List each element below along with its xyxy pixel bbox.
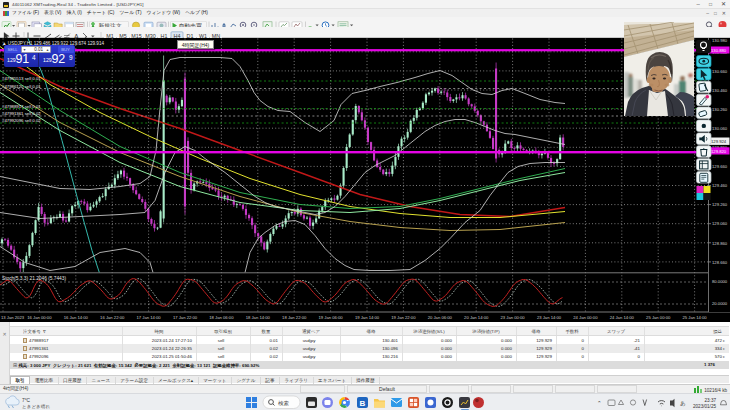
svg-text:ときどき晴れ: ときどき晴れ xyxy=(22,403,50,408)
svg-text:129.660: 129.660 xyxy=(712,164,728,169)
svg-text:16 Jan 00:00: 16 Jan 00:00 xyxy=(27,314,52,319)
svg-text:80.0000: 80.0000 xyxy=(712,279,728,284)
svg-text:129.460: 129.460 xyxy=(712,183,728,188)
svg-text:25 Jan 14:00: 25 Jan 14:00 xyxy=(682,314,707,319)
svg-text:24 Jan 14:00: 24 Jan 14:00 xyxy=(610,314,635,319)
svg-text:129.820: 129.820 xyxy=(711,148,727,153)
svg-text:⌃: ⌃ xyxy=(597,400,602,406)
svg-text:23:37: 23:37 xyxy=(705,397,717,402)
svg-text:130.260: 130.260 xyxy=(712,106,728,111)
svg-text:18 Jan 14:00: 18 Jan 14:00 xyxy=(246,314,271,319)
svg-text:16 Jan 22:00: 16 Jan 22:00 xyxy=(100,314,125,319)
svg-text:18 Jan 22:00: 18 Jan 22:00 xyxy=(282,314,307,319)
svg-text:18 Jan 06:00: 18 Jan 06:00 xyxy=(209,314,234,319)
svg-text:7°C: 7°C xyxy=(22,397,31,402)
svg-text:130.660: 130.660 xyxy=(712,68,728,73)
svg-text:検索: 検索 xyxy=(278,399,289,405)
svg-text:#47985513 sell 0.01: #47985513 sell 0.01 xyxy=(2,76,41,81)
svg-text:130.060: 130.060 xyxy=(712,125,728,130)
svg-text:128.860: 128.860 xyxy=(712,240,728,245)
svg-text:#47988917 sell 0.01: #47988917 sell 0.01 xyxy=(2,103,41,108)
svg-text:23 Jan 14:00: 23 Jan 14:00 xyxy=(537,314,562,319)
svg-text:#47986120 sell 0.01: #47986120 sell 0.01 xyxy=(2,83,41,88)
svg-text:16 Jan 14:00: 16 Jan 14:00 xyxy=(64,314,89,319)
svg-text:130.880: 130.880 xyxy=(711,47,727,52)
svg-text:129.260: 129.260 xyxy=(712,202,728,207)
svg-text:19 Jan 14:00: 19 Jan 14:00 xyxy=(355,314,380,319)
svg-text:128.660: 128.660 xyxy=(712,259,728,264)
svg-text:13 Jan 2023: 13 Jan 2023 xyxy=(1,314,25,319)
svg-text:20 Jan 14:00: 20 Jan 14:00 xyxy=(464,314,489,319)
svg-text:130.980: 130.980 xyxy=(712,38,728,43)
svg-text:B: B xyxy=(360,398,366,407)
svg-text:20.0000: 20.0000 xyxy=(712,301,728,306)
svg-text:23 Jan 00:00: 23 Jan 00:00 xyxy=(500,314,525,319)
svg-text:あ: あ xyxy=(680,400,686,407)
svg-text:19 Jan 22:00: 19 Jan 22:00 xyxy=(391,314,416,319)
svg-text:#47991361 sell 0.02: #47991361 sell 0.02 xyxy=(2,111,41,116)
svg-text:▲ USDJPY,H1 129.486 129.922 1: ▲ USDJPY,H1 129.486 129.922 129.674 129.… xyxy=(2,40,104,45)
svg-text:25 Jan 00:00: 25 Jan 00:00 xyxy=(646,314,671,319)
svg-text:130.460: 130.460 xyxy=(712,87,728,92)
svg-text:20 Jan 06:00: 20 Jan 06:00 xyxy=(428,314,453,319)
svg-text:19 Jan 06:00: 19 Jan 06:00 xyxy=(318,314,343,319)
svg-text:2023/01/25: 2023/01/25 xyxy=(693,403,716,408)
svg-text:#47992096 sell 0.02: #47992096 sell 0.02 xyxy=(2,118,41,123)
svg-text:24 Jan 00:00: 24 Jan 00:00 xyxy=(573,314,598,319)
svg-text:17 Jan 22:00: 17 Jan 22:00 xyxy=(173,314,198,319)
svg-text:Stoch(5,3,3) 21.2046 (5.7443): Stoch(5,3,3) 21.2046 (5.7443) xyxy=(2,276,66,281)
svg-text:129.060: 129.060 xyxy=(712,221,728,226)
svg-text:129.924: 129.924 xyxy=(711,139,727,144)
svg-text:17 Jan 14:00: 17 Jan 14:00 xyxy=(136,314,161,319)
